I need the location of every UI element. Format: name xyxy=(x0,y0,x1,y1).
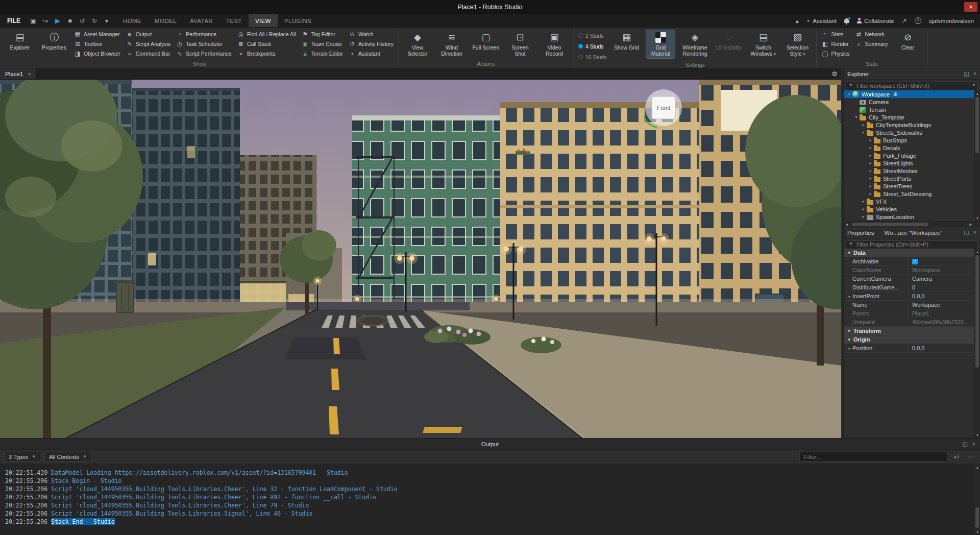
ribbon-network-button[interactable]: ⇄Network xyxy=(855,30,888,38)
tree-item-park-foliage[interactable]: ▸Park_Foliage xyxy=(844,152,974,159)
property-section-transform[interactable]: ▾Transform xyxy=(844,327,974,335)
window-close-button[interactable]: × xyxy=(964,2,977,12)
log-line[interactable]: 20:22:55.206 Stack End - Studio xyxy=(5,518,974,526)
ribbon-performance-button[interactable]: ◔Performance xyxy=(176,30,232,38)
scroll-up-icon[interactable]: ▲ xyxy=(974,464,980,470)
checkbox[interactable] xyxy=(912,259,918,264)
tree-item-terrain[interactable]: Terrain xyxy=(844,106,974,113)
collaborate-button[interactable]: Collaborate xyxy=(857,18,894,24)
tree-item-spawnlocation[interactable]: ▸SpawnLocation xyxy=(844,213,974,221)
properties-dock-icon[interactable]: ◱ xyxy=(964,229,969,236)
ribbon-team-create-button[interactable]: ◉Team Create xyxy=(302,40,343,47)
explorer-close-icon[interactable]: × xyxy=(973,70,976,77)
filter-chevron-icon[interactable]: ▾ xyxy=(973,83,975,87)
ribbon-wireframe-rendering-button[interactable]: ◈Wireframe Rendering xyxy=(680,30,709,58)
viewport-canvas[interactable]: Front xyxy=(0,80,841,438)
undo-icon[interactable]: ↺ xyxy=(77,16,88,26)
property-value-parent[interactable]: Place1 xyxy=(909,309,974,318)
tab-place1[interactable]: Place1 × xyxy=(0,68,37,79)
redo-icon[interactable]: ↻ xyxy=(89,16,100,26)
expand-arrow-icon[interactable]: ▸ xyxy=(847,294,852,299)
ribbon-activity-history-button[interactable]: ↺Activity History xyxy=(349,40,394,47)
ribbon-output-button[interactable]: ≡Output xyxy=(126,30,170,38)
property-value-distributedgame[interactable]: 0 xyxy=(909,283,974,291)
tree-item-busstops[interactable]: ▸BusStops xyxy=(844,136,974,144)
tree-item-city-template[interactable]: ▾City_Template xyxy=(844,113,974,121)
ribbon-summary-button[interactable]: ≡Summary xyxy=(855,40,888,47)
ribbon-view-selector-button[interactable]: ◆View Selector xyxy=(403,30,432,58)
expand-arrow-icon[interactable]: ▸ xyxy=(868,161,873,165)
ribbon-16-studs-option[interactable]: 16 Studs xyxy=(578,53,606,61)
ribbon-switch-windows-button[interactable]: ▤Switch Windows ▾ xyxy=(749,30,777,58)
ribbon-command-bar-button[interactable]: »Command Bar xyxy=(126,50,170,57)
chevron-down-icon[interactable]: ▾ xyxy=(101,16,112,26)
ribbon-find-all-replace-all-button[interactable]: ◎Find All / Replace All xyxy=(237,30,296,38)
menu-tab-model[interactable]: MODEL xyxy=(148,14,183,27)
ribbon-clear-button[interactable]: ⊘Clear xyxy=(894,30,922,52)
property-value-uniqueid[interactable]: 40bbaa58fa38b2320... xyxy=(909,318,974,326)
tree-item-decals[interactable]: ▸Decals xyxy=(844,144,974,152)
ribbon-render-button[interactable]: ◧Render xyxy=(821,40,849,47)
ribbon-task-scheduler-button[interactable]: ◷Task Scheduler xyxy=(176,40,232,47)
expand-arrow-icon[interactable]: ▸ xyxy=(847,346,852,351)
log-line[interactable]: 20:22:55.206 Script 'cloud_144950355.Bui… xyxy=(5,485,974,493)
expand-arrow-icon[interactable]: ▸ xyxy=(868,176,873,181)
expand-arrow-icon[interactable]: ▾ xyxy=(846,92,852,96)
expand-arrow-icon[interactable]: ▸ xyxy=(868,145,873,150)
scroll-down-icon[interactable]: ▼ xyxy=(974,215,980,221)
more-options-icon[interactable]: ⋯ xyxy=(966,452,976,462)
tree-item-streetparts[interactable]: ▸StreetParts xyxy=(844,175,974,182)
properties-close-icon[interactable]: × xyxy=(973,229,976,236)
scroll-down-icon[interactable]: ▼ xyxy=(974,529,980,535)
property-value-classname[interactable]: Workspace xyxy=(909,266,974,274)
tree-item-workspace[interactable]: ▾Workspace⊕ xyxy=(844,90,974,98)
tree-item-streetlights[interactable]: ▸StreetLights xyxy=(844,159,974,167)
property-section-data[interactable]: ▾Data xyxy=(844,249,974,257)
ribbon-full-screen-button[interactable]: ▢Full Screen xyxy=(472,30,500,52)
explorer-vscrollbar[interactable]: ▲ ▼ xyxy=(974,90,980,221)
tree-item-citytemplatebuildings[interactable]: ▸CityTemplateBuildings xyxy=(844,121,974,129)
menu-tab-view[interactable]: VIEW xyxy=(249,14,278,27)
expand-arrow-icon[interactable]: ▸ xyxy=(861,199,866,204)
ribbon-show-grid-button[interactable]: ▦Show Grid xyxy=(612,30,641,52)
scroll-right-icon[interactable]: ▶ xyxy=(968,222,974,228)
log-line[interactable]: 20:22:51.439 DataModel Loading https://a… xyxy=(5,469,974,477)
explorer-hscrollbar[interactable]: ◀ ▶ xyxy=(844,221,974,227)
ribbon-ui-visibility-button[interactable]: ◌UI Visibility xyxy=(715,30,743,52)
ribbon-terrain-editor-button[interactable]: ▲Terrain Editor xyxy=(302,50,343,57)
output-context-dropdown[interactable]: All Contexts ▼ xyxy=(44,452,91,462)
tree-item-camera[interactable]: Camera xyxy=(844,98,974,106)
menu-tab-avatar[interactable]: AVATAR xyxy=(183,14,219,27)
share-icon[interactable]: ↗ xyxy=(902,17,907,25)
redo-small-icon[interactable]: ↪ xyxy=(40,16,51,26)
help-icon[interactable]: ? xyxy=(915,17,921,24)
output-filter-input[interactable] xyxy=(799,452,947,461)
ribbon-properties-button[interactable]: ⓘProperties xyxy=(40,30,68,52)
viewport-settings-gear-icon[interactable]: ⚙ xyxy=(831,70,838,78)
ribbon-wind-direction-button[interactable]: ≋Wind Direction xyxy=(437,30,466,58)
tree-item-streets-sidewalks[interactable]: ▾Streets_Sidewalks xyxy=(844,129,974,136)
ribbon-object-browser-button[interactable]: ◨Object Browser xyxy=(74,50,120,57)
log-line[interactable]: 20:22:55.206 Script 'cloud_144950355.Bui… xyxy=(5,501,974,509)
ribbon-script-performance-button[interactable]: ∿Script Performance xyxy=(176,50,232,57)
log-line[interactable]: 20:22:55.206 Script 'cloud_144950355.Bui… xyxy=(5,509,974,518)
expand-arrow-icon[interactable]: ▸ xyxy=(868,153,873,158)
ribbon-watch-button[interactable]: ⊙Watch xyxy=(349,30,394,38)
expand-arrow-icon[interactable]: ▸ xyxy=(861,214,866,219)
explorer-dock-icon[interactable]: ◱ xyxy=(964,70,969,77)
username[interactable]: sjalvmordsvalsen xyxy=(929,18,974,24)
expand-arrow-icon[interactable]: ▸ xyxy=(861,123,866,127)
explorer-filter-input[interactable] xyxy=(846,82,978,90)
ribbon-assistant-button[interactable]: ⋆Assistant xyxy=(349,50,394,57)
property-value-currentcamera[interactable]: Camera xyxy=(909,275,974,283)
output-close-icon[interactable]: × xyxy=(972,441,975,447)
assistant-button[interactable]: ⋆ Assistant xyxy=(806,17,837,25)
stop-icon[interactable]: ■ xyxy=(64,16,76,26)
expand-arrow-icon[interactable]: ▸ xyxy=(868,191,873,196)
scroll-down-icon[interactable]: ▼ xyxy=(974,432,980,438)
file-menu-button[interactable]: FILE xyxy=(0,14,28,27)
ribbon-breakpoints-button[interactable]: ●Breakpoints xyxy=(237,50,296,57)
ribbon-toolbox-button[interactable]: ⊞Toolbox xyxy=(74,40,120,47)
property-value-name[interactable]: Workspace xyxy=(909,301,974,309)
property-value-insertpoint[interactable]: 0,0,0 xyxy=(909,292,974,300)
